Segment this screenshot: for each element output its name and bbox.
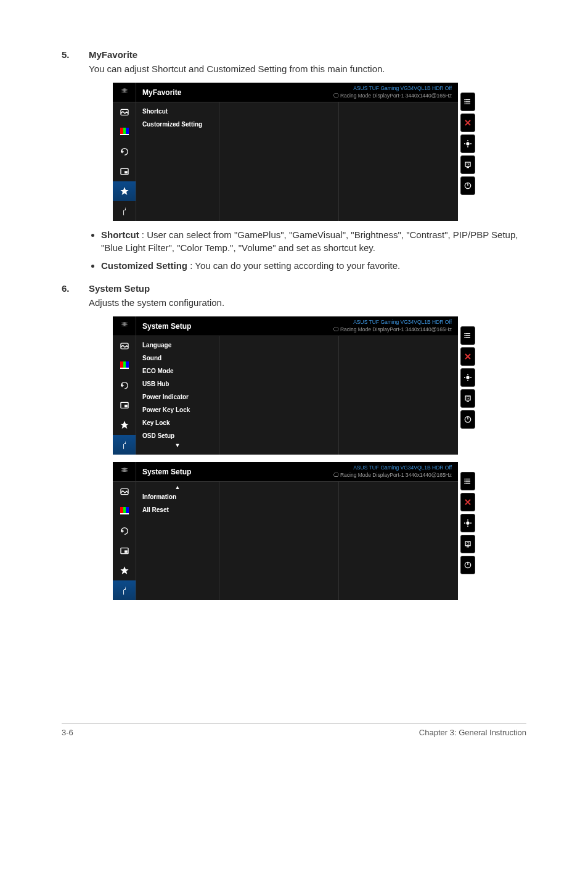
tab-system-icon[interactable] xyxy=(113,435,136,455)
osd-screenshot-system-2: System Setup ASUS TUF Gaming VG34VQL1B H… xyxy=(62,462,526,600)
tuf-logo-icon xyxy=(113,316,136,336)
svg-text:G: G xyxy=(467,162,469,166)
tuf-logo-icon xyxy=(113,83,136,102)
svg-rect-14 xyxy=(125,405,128,407)
joystick-icon[interactable] xyxy=(460,514,475,532)
section-title: System Setup xyxy=(89,283,150,294)
close-icon[interactable] xyxy=(460,493,475,511)
osd-title: System Setup xyxy=(142,468,216,476)
section-description: Adjusts the system configuration. xyxy=(89,296,526,309)
svg-point-5 xyxy=(464,104,465,104)
tab-color-icon[interactable] xyxy=(113,122,136,142)
menu-icon[interactable] xyxy=(460,472,475,490)
gamevisual-icon[interactable]: G xyxy=(460,535,475,553)
tab-color-icon[interactable] xyxy=(113,501,136,521)
list-item: Shortcut : User can select from "GamePlu… xyxy=(101,228,526,254)
monitor-icon: 🖵 xyxy=(333,472,339,478)
list-item: Customized Setting : You can do your set… xyxy=(101,259,526,272)
down-arrow-icon[interactable]: ▼ xyxy=(136,442,219,448)
osd-header-info: ASUS TUF Gaming VG34VQL1B HDR Off 🖵 Raci… xyxy=(216,464,452,478)
svg-point-27 xyxy=(464,479,465,479)
tab-pip-icon[interactable] xyxy=(113,162,136,181)
menu-item[interactable]: USB Hub xyxy=(136,377,219,390)
power-icon[interactable] xyxy=(460,410,475,429)
menu-item[interactable]: Power Indicator xyxy=(136,390,219,403)
svg-point-15 xyxy=(464,333,465,334)
gamevisual-icon[interactable]: G xyxy=(460,389,475,408)
tab-myfavorite-icon[interactable] xyxy=(113,181,136,201)
chapter-label: Chapter 3: General Instruction xyxy=(419,728,526,737)
menu-item[interactable]: Information xyxy=(136,490,219,503)
osd-header-info: ASUS TUF Gaming VG34VQL1B HDR Off 🖵 Raci… xyxy=(216,319,452,332)
section-title: MyFavorite xyxy=(89,49,137,60)
svg-point-18 xyxy=(466,376,469,379)
page-number: 3-6 xyxy=(62,728,73,737)
menu-item[interactable]: Custormized Setting xyxy=(136,118,219,131)
joystick-icon[interactable] xyxy=(460,368,475,387)
tab-system-icon[interactable] xyxy=(113,201,136,221)
svg-rect-2 xyxy=(125,171,128,173)
bullet-list: Shortcut : User can select from "GamePlu… xyxy=(101,228,526,272)
menu-item[interactable]: Language xyxy=(136,339,219,352)
svg-point-17 xyxy=(464,337,465,338)
svg-point-28 xyxy=(464,481,465,481)
gamevisual-icon[interactable]: G xyxy=(460,155,475,174)
section-number: 5. xyxy=(62,49,74,60)
osd-screenshot-system-1: System Setup ASUS TUF Gaming VG34VQL1B H… xyxy=(62,316,526,455)
menu-icon[interactable] xyxy=(460,326,475,345)
up-arrow-icon[interactable]: ▲ xyxy=(136,484,219,490)
tab-pip-icon[interactable] xyxy=(113,541,136,561)
svg-text:G: G xyxy=(467,542,469,545)
tab-image-icon[interactable] xyxy=(113,482,136,501)
svg-point-29 xyxy=(464,483,465,484)
svg-point-30 xyxy=(466,521,469,524)
svg-point-6 xyxy=(466,142,469,145)
tab-myfavorite-icon[interactable] xyxy=(113,561,136,580)
svg-rect-26 xyxy=(125,550,128,553)
monitor-icon: 🖵 xyxy=(333,326,339,332)
menu-item[interactable]: Shortcut xyxy=(136,105,219,118)
osd-title: MyFavorite xyxy=(142,88,216,97)
tab-input-icon[interactable] xyxy=(113,142,136,162)
power-icon[interactable] xyxy=(460,556,475,574)
monitor-icon: 🖵 xyxy=(333,93,339,99)
osd-screenshot-myfavorite: MyFavorite ASUS TUF Gaming VG34VQL1B HDR… xyxy=(62,83,526,221)
osd-title: System Setup xyxy=(142,322,216,331)
joystick-icon[interactable] xyxy=(460,134,475,153)
close-icon[interactable] xyxy=(460,347,475,366)
menu-item[interactable]: Key Lock xyxy=(136,416,219,429)
section-number: 6. xyxy=(62,283,74,294)
menu-item[interactable]: OSD Setup xyxy=(136,429,219,442)
menu-item[interactable]: ECO Mode xyxy=(136,365,219,377)
tab-myfavorite-icon[interactable] xyxy=(113,415,136,435)
svg-point-3 xyxy=(464,99,465,100)
osd-header-info: ASUS TUF Gaming VG34VQL1B HDR Off 🖵 Raci… xyxy=(216,85,452,99)
power-icon[interactable] xyxy=(460,176,475,195)
tuf-logo-icon xyxy=(113,462,136,482)
tab-image-icon[interactable] xyxy=(113,336,136,356)
tab-system-icon[interactable] xyxy=(113,580,136,600)
section-description: You can adjust Shortcut and Customized S… xyxy=(89,62,526,75)
tab-input-icon[interactable] xyxy=(113,376,136,395)
tab-pip-icon[interactable] xyxy=(113,395,136,415)
menu-item[interactable]: Sound xyxy=(136,352,219,365)
svg-point-16 xyxy=(464,335,465,336)
tab-image-icon[interactable] xyxy=(113,102,136,122)
svg-point-4 xyxy=(464,101,465,102)
menu-icon[interactable] xyxy=(460,93,475,111)
close-icon[interactable] xyxy=(460,113,475,132)
menu-item[interactable]: All Reset xyxy=(136,503,219,516)
page-footer: 3-6 Chapter 3: General Instruction xyxy=(62,724,526,737)
svg-text:G: G xyxy=(467,396,469,400)
tab-input-icon[interactable] xyxy=(113,521,136,541)
menu-item[interactable]: Power Key Lock xyxy=(136,403,219,416)
tab-color-icon[interactable] xyxy=(113,356,136,376)
